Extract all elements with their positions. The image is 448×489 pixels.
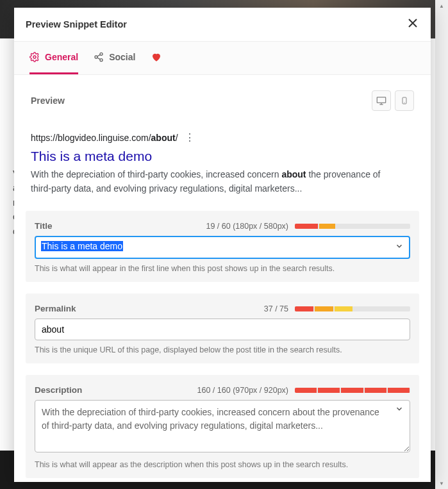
mobile-icon [401,95,408,106]
share-icon [94,52,104,62]
mobile-view-button[interactable] [395,90,414,111]
description-textarea[interactable] [35,400,410,452]
serp-url: https://blogvideo.linguise.com/about/ ⋮ [31,131,414,144]
page-scrollbar[interactable]: ▲ ▼ [435,0,448,489]
description-dropdown-toggle[interactable] [395,404,404,416]
description-stats: 160 / 160 (970px / 920px) [197,386,288,395]
serp-url-bold: about [151,133,176,143]
permalink-field-card: Permalink 37 / 75 This is the unique URL… [26,294,419,363]
preview-section: Preview https://blogvideo.linguise.com/a… [14,75,431,211]
tab-general-label: General [45,52,78,62]
title-stats: 19 / 60 (180px / 580px) [206,222,288,231]
svg-line-5 [97,58,101,60]
serp-description: With the depreciation of third-party coo… [31,168,402,195]
chevron-down-icon [395,404,404,413]
svg-rect-6 [377,97,385,103]
preview-label: Preview [31,95,65,106]
close-button[interactable] [406,17,419,32]
permalink-input[interactable] [35,319,410,340]
title-label: Title [35,221,53,231]
preview-view-toggle [372,90,414,111]
serp-title: This is a meta demo [31,149,414,164]
permalink-stats: 37 / 75 [264,304,288,313]
chevron-down-icon [395,242,404,251]
svg-point-2 [95,56,97,58]
modal-header: Preview Snippet Editor [14,8,431,42]
title-progress [295,224,410,229]
close-icon [406,17,419,29]
kebab-icon[interactable]: ⋮ [185,131,195,144]
modal-title: Preview Snippet Editor [26,19,127,29]
heart-icon [151,51,162,65]
svg-point-3 [100,59,103,62]
description-progress [295,388,410,393]
serp-preview: https://blogvideo.linguise.com/about/ ⋮ … [31,131,414,195]
title-dropdown-toggle[interactable] [395,242,404,253]
permalink-label: Permalink [35,304,76,313]
title-field-card: Title 19 / 60 (180px / 580px) This is a … [26,211,419,282]
tab-social[interactable]: Social [94,42,135,74]
description-field-card: Description 160 / 160 (970px / 920px) [26,375,419,478]
svg-point-1 [100,53,103,55]
serp-url-prefix: https://blogvideo.linguise.com/ [31,133,151,143]
title-input[interactable] [35,236,410,259]
tab-social-label: Social [109,52,135,62]
scroll-up-icon[interactable]: ▲ [436,0,447,12]
gear-icon [29,52,40,62]
permalink-help: This is the unique URL of this page, dis… [35,345,410,354]
svg-line-4 [97,54,101,56]
desktop-icon [376,95,386,106]
tab-general[interactable]: General [29,42,78,74]
tab-favorite[interactable] [151,42,162,74]
description-label: Description [35,385,82,395]
snippet-editor-modal: Preview Snippet Editor General Social [14,8,431,482]
tabs-bar: General Social [14,42,431,75]
serp-url-suffix: / [176,133,178,143]
modal-body[interactable]: Preview https://blogvideo.linguise.com/a… [14,75,431,482]
description-help: This is what will appear as the descript… [35,460,410,469]
svg-point-0 [33,56,36,58]
permalink-progress [295,306,410,311]
scroll-down-icon[interactable]: ▼ [436,477,447,489]
desktop-view-button[interactable] [372,90,391,111]
title-help: This is what will appear in the first li… [35,264,410,273]
